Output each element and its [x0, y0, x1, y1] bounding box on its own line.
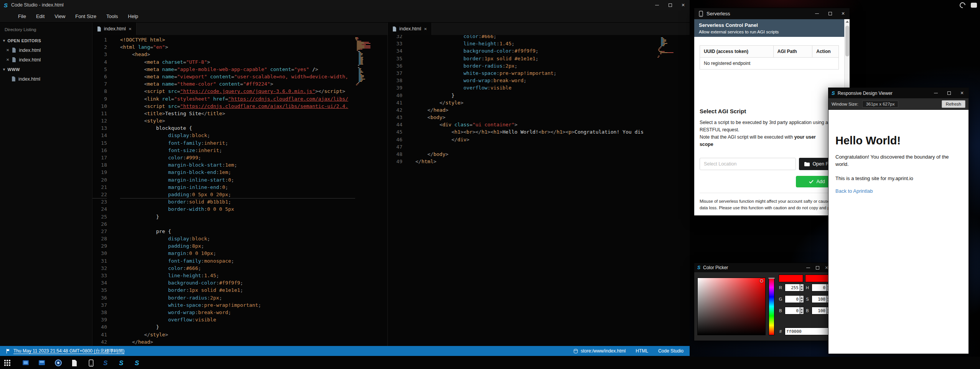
brightness-input[interactable] — [812, 307, 827, 314]
code-line: } — [120, 323, 355, 331]
line-number: 38 — [92, 309, 107, 316]
open-editor-item[interactable]: index.html — [0, 55, 92, 65]
tab-index-html[interactable]: index.html — [388, 23, 432, 35]
description-line: Select a script to be executed by 3rd pa… — [700, 119, 839, 126]
code-line: </style> — [415, 99, 657, 106]
line-number: 32 — [388, 35, 402, 40]
maximize-button[interactable] — [813, 263, 822, 272]
open-editor-item[interactable]: index.html — [0, 45, 92, 55]
code-content[interactable]: <!DOCTYPE html><html lang="en"> <head> <… — [114, 36, 355, 346]
line-number: 15 — [92, 139, 107, 147]
add-row: Add — [700, 176, 839, 187]
taskbar-code-studio-3[interactable] — [133, 359, 141, 367]
line-number: 14 — [92, 132, 107, 139]
start-button[interactable] — [3, 359, 12, 367]
close-button[interactable] — [677, 0, 690, 10]
section-open-editors[interactable]: OPEN EDITORS — [0, 36, 92, 45]
stepper-icon[interactable] — [800, 307, 804, 314]
maximize-button[interactable] — [942, 88, 955, 98]
color-cursor[interactable] — [760, 279, 763, 283]
menu-item-tools[interactable]: Tools — [101, 13, 123, 19]
line-number: 42 — [92, 338, 107, 346]
new-color-swatch — [805, 275, 830, 282]
taskbar-browser[interactable] — [54, 359, 63, 367]
window-size-value[interactable]: 361px x 627px — [862, 101, 899, 108]
tab-close-icon[interactable] — [424, 27, 427, 31]
line-number: 1 — [92, 36, 107, 43]
taskbar-document[interactable] — [70, 359, 79, 367]
close-button[interactable] — [955, 88, 968, 98]
empty-endpoint-row: No registered endpoint — [700, 58, 839, 69]
refresh-button[interactable]: Refresh — [942, 100, 965, 108]
green-input[interactable] — [785, 295, 800, 303]
status-language[interactable]: HTML — [636, 348, 648, 354]
code-line: margin-block-end:1em; — [120, 169, 355, 176]
hue-input[interactable] — [812, 284, 827, 291]
close-icon[interactable] — [6, 58, 9, 62]
hue-slider[interactable] — [769, 278, 774, 335]
code-editor[interactable]: 1234567891011121314151617181920212223242… — [92, 35, 387, 346]
chevron-down-icon — [3, 67, 5, 71]
stepper-icon[interactable] — [800, 284, 804, 291]
taskbar — [0, 357, 980, 369]
code-line: font-family:monospace; — [120, 257, 355, 265]
code-line: <meta name="theme-color" content="#ff922… — [120, 80, 355, 88]
menu-item-view[interactable]: View — [49, 13, 70, 19]
close-icon[interactable] — [6, 48, 9, 52]
page-paragraph: Congratulation! You discovered the bound… — [835, 153, 962, 168]
code-content[interactable]: color:#666; line-height:1.45; background… — [409, 35, 657, 165]
line-number: 3 — [92, 51, 107, 58]
blue-input[interactable] — [785, 307, 800, 314]
code-line: <link rel="stylesheet" href="https://cdn… — [120, 95, 355, 103]
code-line: word-wrap:break-word; — [415, 77, 657, 84]
section-www[interactable]: WWW — [0, 65, 92, 74]
line-number: 22 — [92, 191, 107, 198]
minimize-button[interactable] — [929, 88, 942, 98]
maximize-button[interactable] — [824, 8, 837, 19]
close-button[interactable] — [837, 8, 850, 19]
chevron-down-icon — [3, 38, 5, 43]
line-number: 25 — [92, 213, 107, 220]
code-line: white-space:pre-wrap!important; — [120, 301, 355, 309]
title-bar: Serverless — [694, 8, 850, 19]
scroll-up-icon[interactable] — [845, 19, 850, 25]
taskbar-serverless-phone[interactable] — [87, 359, 95, 367]
code-line: overflow:visible — [415, 84, 657, 91]
taskbar-app-window-1[interactable] — [21, 359, 30, 367]
line-number: 18 — [92, 161, 107, 169]
hex-input[interactable] — [785, 328, 831, 335]
minimize-button[interactable] — [651, 0, 664, 10]
status-file-path[interactable]: store:/www/index.html — [573, 348, 626, 354]
minimap[interactable] — [355, 37, 372, 86]
maximize-button[interactable] — [664, 0, 677, 10]
hue-cursor[interactable] — [768, 278, 775, 279]
preview-page: Hello World! Congratulation! You discove… — [828, 110, 968, 354]
stepper-icon[interactable] — [800, 295, 804, 303]
menu-item-help[interactable]: Help — [123, 13, 143, 19]
taskbar-app-window-2[interactable] — [38, 359, 46, 367]
menu-item-font-size[interactable]: Font Size — [70, 13, 101, 19]
column-action: Action — [812, 46, 839, 58]
minimize-button[interactable] — [804, 263, 813, 272]
line-number: 24 — [92, 205, 107, 213]
window-app-icon — [38, 359, 46, 367]
line-number: 39 — [92, 316, 107, 323]
file-tree-item[interactable]: index.html — [0, 74, 92, 84]
menu-item-file[interactable]: File — [13, 13, 31, 19]
minimap[interactable] — [657, 37, 674, 58]
back-link[interactable]: Back to Aprintlab — [835, 188, 962, 194]
tab-close-icon[interactable] — [128, 27, 132, 31]
scrollbar-thumb[interactable] — [845, 26, 849, 56]
tab-index-html[interactable]: index.html — [92, 23, 137, 35]
minimize-button[interactable] — [810, 8, 824, 19]
status-datetime[interactable]: Thu May 11 2023 21:54:48 GMT+0800 (台北標準時… — [13, 348, 125, 354]
code-editor[interactable]: 323334353637383940414243444546474849 col… — [388, 35, 690, 346]
saturation-input[interactable] — [812, 295, 827, 303]
taskbar-code-studio-1[interactable] — [101, 359, 110, 367]
script-location-input[interactable] — [700, 158, 796, 170]
taskbar-code-studio-2[interactable] — [117, 359, 125, 367]
menu-item-edit[interactable]: Edit — [31, 13, 49, 19]
red-input[interactable] — [785, 284, 800, 291]
status-app-name[interactable]: Code Studio — [658, 348, 684, 354]
saturation-value-field[interactable] — [697, 278, 766, 335]
